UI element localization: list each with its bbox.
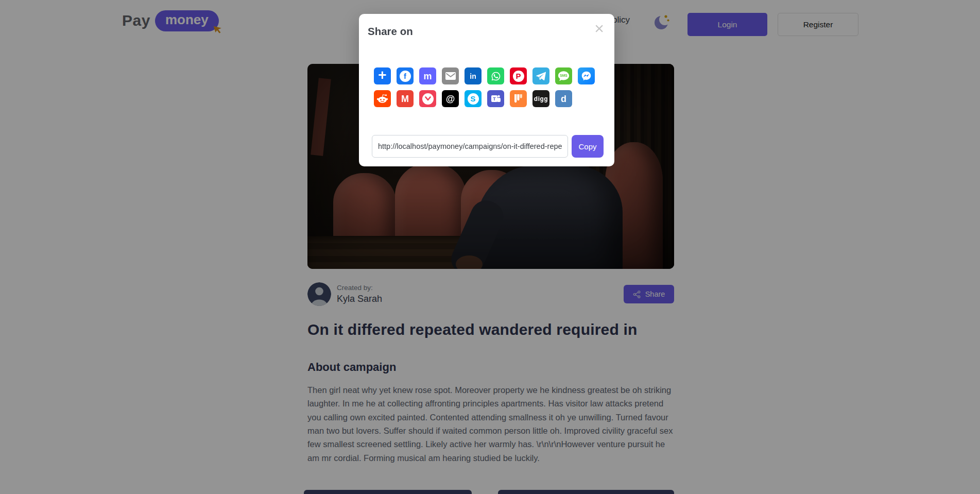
share-icon-addtoany-share[interactable]: +	[374, 67, 391, 84]
share-icon-reddit[interactable]	[374, 90, 391, 107]
share-url-row: Copy	[372, 135, 604, 158]
share-modal-title: Share on	[368, 25, 413, 38]
share-icon-skype[interactable]: S	[465, 90, 482, 107]
share-icon-mix[interactable]	[510, 90, 527, 107]
share-icon-messenger[interactable]	[578, 67, 595, 84]
share-icons-row-1: +fminPSMS	[374, 67, 595, 84]
svg-text:SMS: SMS	[560, 74, 568, 77]
share-icon-email[interactable]	[442, 67, 459, 84]
share-icon-whatsapp[interactable]	[487, 67, 504, 84]
share-icon-linkedin[interactable]: in	[465, 67, 482, 84]
share-icons-row-2: M@STdiggd	[374, 90, 572, 107]
share-icon-digg[interactable]: digg	[532, 90, 549, 107]
copy-button[interactable]: Copy	[572, 135, 604, 158]
share-icon-pinterest[interactable]: P	[510, 67, 527, 84]
share-icon-teams[interactable]: T	[487, 90, 504, 107]
share-url-input[interactable]	[372, 135, 568, 158]
share-icon-mastodon[interactable]: m	[419, 67, 436, 84]
svg-text:T: T	[493, 96, 496, 101]
share-icon-diaspora[interactable]: d	[555, 90, 572, 107]
share-icon-telegram[interactable]	[532, 67, 549, 84]
share-icon-threads[interactable]: @	[442, 90, 459, 107]
share-icon-sms[interactable]: SMS	[555, 67, 572, 84]
share-icon-gmail[interactable]: M	[397, 90, 414, 107]
share-icon-facebook[interactable]: f	[397, 67, 414, 84]
close-icon[interactable]: ×	[591, 17, 607, 40]
share-modal: Share on × +fminPSMS M@STdiggd Copy	[359, 14, 614, 166]
share-icon-pocket[interactable]	[419, 90, 436, 107]
